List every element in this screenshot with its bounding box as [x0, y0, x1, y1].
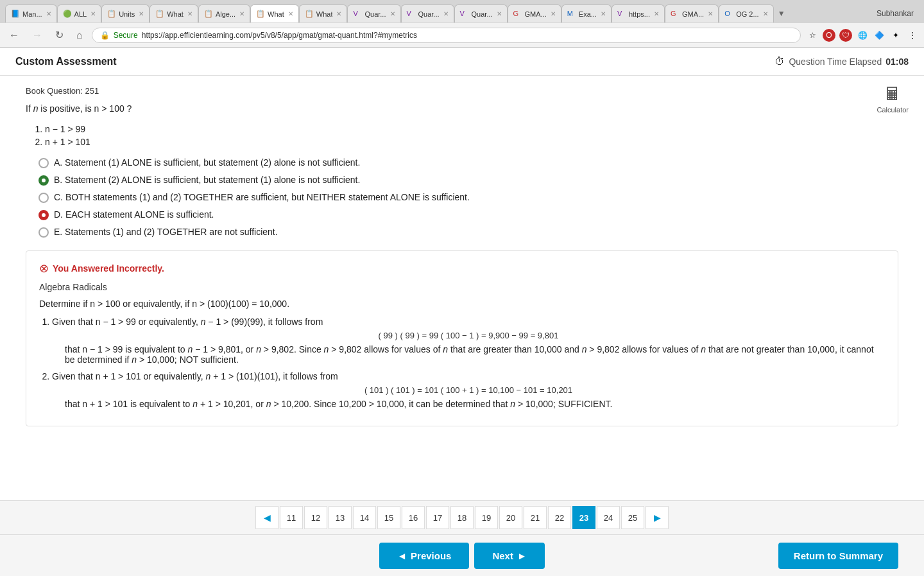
tab-quar2[interactable]: V Quar... ✕ — [401, 4, 454, 22]
page-prev-arrow[interactable]: ◀ — [255, 506, 278, 529]
step1-math: ( 99 ) ( 99 ) = 99 ( 100 − 1 ) = 9,900 −… — [52, 331, 885, 340]
tab-close[interactable]: ✕ — [390, 10, 395, 17]
tab-man[interactable]: 📘 Man... ✕ — [5, 4, 57, 22]
lock-icon: 🔒 — [100, 31, 110, 40]
tab-favicon: V — [353, 10, 362, 19]
statement-2: n + 1 > 101 — [45, 137, 898, 147]
tab-favicon: M — [567, 10, 576, 19]
address-bar[interactable]: 🔒 Secure https://app.efficientlearning.c… — [92, 28, 801, 43]
tab-label: Quar... — [418, 10, 440, 18]
page-23[interactable]: 23 — [572, 506, 595, 529]
radio-C[interactable] — [38, 193, 49, 203]
calculator-button[interactable]: 🖩 Calculator — [877, 83, 909, 114]
page-22[interactable]: 22 — [548, 506, 571, 529]
page-12[interactable]: 12 — [304, 506, 327, 529]
page-21[interactable]: 21 — [524, 506, 547, 529]
option-D[interactable]: D. EACH statement ALONE is sufficient. — [38, 209, 898, 220]
tab-exam[interactable]: M Exa... ✕ — [561, 4, 612, 22]
radio-D[interactable] — [38, 210, 49, 220]
forward-button[interactable]: → — [28, 28, 46, 42]
bookmark-icon[interactable]: ☆ — [806, 29, 819, 42]
option-E[interactable]: E. Statements (1) and (2) TOGETHER are n… — [38, 227, 898, 238]
tab-close[interactable]: ✕ — [288, 10, 293, 17]
previous-button[interactable]: ◄ Previous — [379, 543, 469, 569]
next-button[interactable]: Next ► — [474, 543, 544, 569]
tab-quar3[interactable]: V Quar... ✕ — [454, 4, 508, 22]
option-B[interactable]: B. Statement (2) ALONE is sufficient, bu… — [38, 175, 898, 186]
clock-icon: ⏱ — [774, 56, 785, 67]
radio-B[interactable] — [38, 175, 49, 186]
page-next-arrow[interactable]: ▶ — [646, 506, 669, 529]
tab-gma2[interactable]: G GMA... ✕ — [665, 4, 719, 22]
page-17[interactable]: 17 — [426, 506, 449, 529]
tab-units[interactable]: 📋 Units ✕ — [101, 4, 150, 22]
incorrect-text: You Answered Incorrectly. — [53, 263, 164, 274]
opera-icon[interactable]: O — [823, 29, 835, 42]
return-to-summary-button[interactable]: Return to Summary — [778, 543, 898, 569]
back-button[interactable]: ← — [5, 28, 23, 42]
page-13[interactable]: 13 — [329, 506, 352, 529]
url-text: https://app.efficientlearning.com/pv5/v8… — [142, 31, 417, 40]
tab-favicon: V — [617, 10, 626, 19]
timer-label: Question Time Elapsed — [789, 57, 882, 67]
tab-gma1[interactable]: G GMA... ✕ — [508, 4, 561, 22]
tab-close[interactable]: ✕ — [187, 10, 193, 17]
tab-all[interactable]: 🟢 ALL ✕ — [57, 4, 102, 22]
tab-close[interactable]: ✕ — [497, 10, 502, 17]
page-16[interactable]: 16 — [402, 506, 425, 529]
page-15[interactable]: 15 — [377, 506, 400, 529]
page-24[interactable]: 24 — [597, 506, 620, 529]
home-button[interactable]: ⌂ — [73, 28, 87, 42]
timer-area: ⏱ Question Time Elapsed 01:08 — [774, 56, 909, 67]
tab-quar1[interactable]: V Quar... ✕ — [347, 4, 400, 22]
page-14[interactable]: 14 — [353, 506, 376, 529]
tab-close[interactable]: ✕ — [46, 10, 51, 17]
page-11[interactable]: 11 — [280, 506, 303, 529]
ext-icon2[interactable]: 🔷 — [873, 29, 886, 42]
step2-text: Given that n + 1 > 101 or equivalently, … — [52, 371, 338, 381]
tab-close[interactable]: ✕ — [239, 10, 244, 17]
tab-close[interactable]: ✕ — [551, 10, 556, 17]
statements-list: n − 1 > 99 n + 1 > 101 — [45, 124, 898, 147]
adblock-icon[interactable]: 🛡 — [839, 29, 852, 42]
tab-what2[interactable]: 📋 What ✕ — [299, 4, 348, 22]
user-name: Subhankar — [871, 9, 919, 18]
ext-icon3[interactable]: ✦ — [889, 29, 902, 42]
reload-button[interactable]: ↻ — [51, 28, 67, 42]
radio-A[interactable] — [38, 158, 49, 168]
page-19[interactable]: 19 — [475, 506, 498, 529]
radio-E[interactable] — [38, 227, 49, 238]
tab-what-active[interactable]: 📋 What ✕ — [250, 4, 299, 22]
tab-close[interactable]: ✕ — [654, 10, 659, 17]
tab-favicon: 📋 — [107, 10, 116, 19]
tab-close[interactable]: ✕ — [90, 10, 96, 17]
category-label: Algebra Radicals — [39, 282, 885, 292]
tab-close[interactable]: ✕ — [139, 10, 144, 17]
option-A[interactable]: A. Statement (1) ALONE is sufficient, bu… — [38, 157, 898, 168]
tab-favicon: V — [407, 10, 416, 19]
tabs-more-button[interactable]: ▼ — [774, 6, 789, 21]
previous-label: Previous — [411, 550, 451, 561]
tab-close[interactable]: ✕ — [443, 10, 449, 17]
tab-what1[interactable]: 📋 What ✕ — [150, 4, 198, 22]
tab-close[interactable]: ✕ — [708, 10, 713, 17]
ext-icon1[interactable]: 🌐 — [856, 29, 869, 42]
secure-label: Secure — [114, 31, 138, 40]
tab-og2[interactable]: O OG 2... ✕ — [719, 4, 773, 22]
tab-https[interactable]: V https... ✕ — [612, 4, 665, 22]
tab-close[interactable]: ✕ — [601, 10, 606, 17]
page-18[interactable]: 18 — [450, 506, 474, 529]
timer-value: 01:08 — [886, 57, 909, 67]
step1-text: Given that n − 1 > 99 or equivalently, n… — [52, 317, 323, 327]
explanation-step-1: Given that n − 1 > 99 or equivalently, n… — [52, 317, 885, 365]
tab-close[interactable]: ✕ — [336, 10, 341, 17]
menu-icon[interactable]: ⋮ — [906, 29, 919, 42]
tab-close[interactable]: ✕ — [763, 10, 768, 17]
tab-favicon: O — [724, 10, 733, 19]
tab-label: What — [268, 10, 284, 18]
page-20[interactable]: 20 — [499, 506, 522, 529]
option-C[interactable]: C. BOTH statements (1) and (2) TOGETHER … — [38, 192, 898, 203]
tab-alge[interactable]: 📋 Alge... ✕ — [198, 4, 250, 22]
page-25[interactable]: 25 — [621, 506, 644, 529]
tab-favicon: G — [671, 10, 680, 19]
